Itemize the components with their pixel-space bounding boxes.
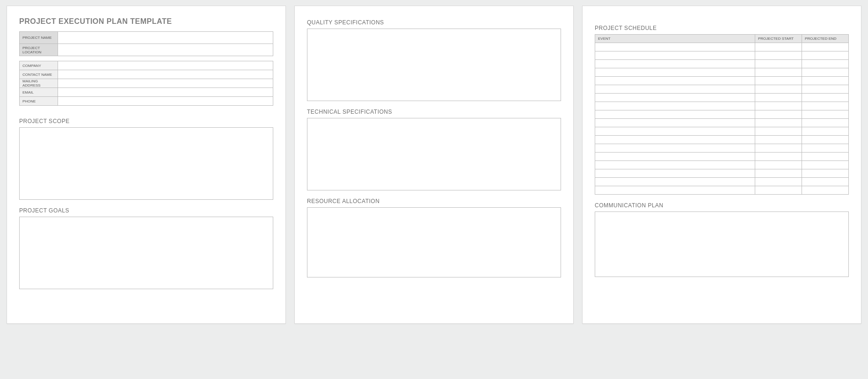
- table-row: [595, 161, 849, 169]
- textbox-quality-specs[interactable]: [307, 29, 561, 101]
- textbox-communication-plan[interactable]: [595, 211, 849, 277]
- table-row: PHONE: [20, 97, 273, 106]
- value-phone[interactable]: [58, 97, 273, 106]
- heading-project-schedule: PROJECT SCHEDULE: [595, 25, 849, 31]
- cell-start[interactable]: [755, 161, 802, 169]
- cell-end[interactable]: [802, 119, 849, 127]
- table-row: [595, 153, 849, 161]
- cell-event[interactable]: [595, 169, 755, 178]
- value-contact-name[interactable]: [58, 70, 273, 79]
- document-title: PROJECT EXECUTION PLAN TEMPLATE: [19, 17, 273, 26]
- cell-start[interactable]: [755, 110, 802, 119]
- cell-event[interactable]: [595, 110, 755, 119]
- cell-start[interactable]: [755, 77, 802, 85]
- cell-event[interactable]: [595, 77, 755, 85]
- cell-end[interactable]: [802, 51, 849, 60]
- table-row: [595, 51, 849, 60]
- cell-event[interactable]: [595, 85, 755, 94]
- cell-start[interactable]: [755, 43, 802, 51]
- cell-event[interactable]: [595, 51, 755, 60]
- cell-event[interactable]: [595, 144, 755, 153]
- table-row: [595, 110, 849, 119]
- table-row: PROJECT LOCATION: [20, 44, 273, 56]
- table-row: [595, 178, 849, 186]
- table-row: [595, 102, 849, 110]
- table-row: [595, 186, 849, 195]
- cell-start[interactable]: [755, 119, 802, 127]
- cell-start[interactable]: [755, 68, 802, 77]
- cell-event[interactable]: [595, 186, 755, 195]
- cell-start[interactable]: [755, 94, 802, 102]
- cell-start[interactable]: [755, 144, 802, 153]
- cell-start[interactable]: [755, 102, 802, 110]
- cell-event[interactable]: [595, 136, 755, 144]
- table-row: COMPANY: [20, 61, 273, 70]
- cell-end[interactable]: [802, 178, 849, 186]
- label-project-name: PROJECT NAME: [20, 32, 58, 44]
- table-row: [595, 60, 849, 68]
- value-project-name[interactable]: [58, 32, 273, 44]
- cell-start[interactable]: [755, 136, 802, 144]
- schedule-table: EVENT PROJECTED START PROJECTED END: [595, 34, 849, 195]
- value-project-location[interactable]: [58, 44, 273, 56]
- cell-end[interactable]: [802, 102, 849, 110]
- cell-end[interactable]: [802, 186, 849, 195]
- cell-start[interactable]: [755, 60, 802, 68]
- table-row: [595, 77, 849, 85]
- value-company[interactable]: [58, 61, 273, 70]
- table-row: EMAIL: [20, 88, 273, 97]
- table-row: CONTACT NAME: [20, 70, 273, 79]
- cell-end[interactable]: [802, 110, 849, 119]
- cell-end[interactable]: [802, 94, 849, 102]
- cell-event[interactable]: [595, 153, 755, 161]
- cell-end[interactable]: [802, 153, 849, 161]
- cell-event[interactable]: [595, 119, 755, 127]
- table-header-row: EVENT PROJECTED START PROJECTED END: [595, 35, 849, 43]
- label-mailing-address: MAILING ADDRESS: [20, 79, 58, 88]
- label-company: COMPANY: [20, 61, 58, 70]
- cell-end[interactable]: [802, 85, 849, 94]
- cell-event[interactable]: [595, 178, 755, 186]
- cell-start[interactable]: [755, 153, 802, 161]
- cell-start[interactable]: [755, 169, 802, 178]
- cell-event[interactable]: [595, 94, 755, 102]
- value-mailing-address[interactable]: [58, 79, 273, 88]
- cell-end[interactable]: [802, 68, 849, 77]
- table-row: MAILING ADDRESS: [20, 79, 273, 88]
- cell-end[interactable]: [802, 127, 849, 136]
- col-projected-end: PROJECTED END: [802, 35, 849, 43]
- cell-end[interactable]: [802, 136, 849, 144]
- cell-start[interactable]: [755, 186, 802, 195]
- cell-start[interactable]: [755, 178, 802, 186]
- textbox-technical-specs[interactable]: [307, 118, 561, 190]
- cell-end[interactable]: [802, 161, 849, 169]
- heading-technical-specs: TECHNICAL SPECIFICATIONS: [307, 109, 561, 115]
- value-email[interactable]: [58, 88, 273, 97]
- cell-end[interactable]: [802, 169, 849, 178]
- heading-communication-plan: COMMUNICATION PLAN: [595, 202, 849, 209]
- cell-end[interactable]: [802, 60, 849, 68]
- label-phone: PHONE: [20, 97, 58, 106]
- cell-end[interactable]: [802, 77, 849, 85]
- cell-event[interactable]: [595, 127, 755, 136]
- cell-start[interactable]: [755, 127, 802, 136]
- heading-resource-allocation: RESOURCE ALLOCATION: [307, 198, 561, 204]
- cell-event[interactable]: [595, 102, 755, 110]
- textbox-project-goals[interactable]: [19, 217, 273, 289]
- contact-table: COMPANY CONTACT NAME MAILING ADDRESS EMA…: [19, 61, 273, 106]
- cell-event[interactable]: [595, 60, 755, 68]
- cell-event[interactable]: [595, 43, 755, 51]
- cell-start[interactable]: [755, 85, 802, 94]
- cell-event[interactable]: [595, 68, 755, 77]
- cell-event[interactable]: [595, 161, 755, 169]
- label-project-location: PROJECT LOCATION: [20, 44, 58, 56]
- table-row: [595, 119, 849, 127]
- table-row: [595, 94, 849, 102]
- textbox-project-scope[interactable]: [19, 127, 273, 200]
- cell-end[interactable]: [802, 144, 849, 153]
- textbox-resource-allocation[interactable]: [307, 207, 561, 277]
- cell-start[interactable]: [755, 51, 802, 60]
- page-1: PROJECT EXECUTION PLAN TEMPLATE PROJECT …: [7, 6, 286, 324]
- page-3: PROJECT SCHEDULE EVENT PROJECTED START P…: [582, 6, 861, 324]
- cell-end[interactable]: [802, 43, 849, 51]
